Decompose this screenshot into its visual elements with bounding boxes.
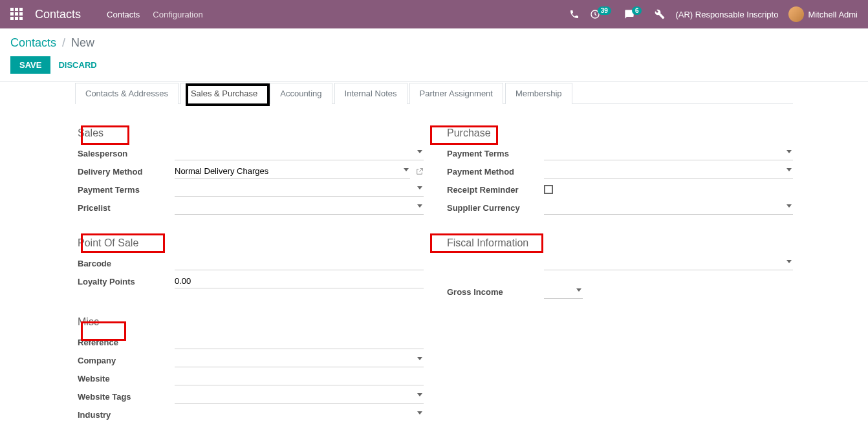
delivery-method-input[interactable] (175, 164, 410, 178)
barcode-input[interactable] (175, 256, 424, 270)
nav-links: Contacts Configuration (107, 10, 203, 19)
phone-icon[interactable] (569, 9, 580, 19)
loyalty-input[interactable] (175, 274, 424, 288)
tab-internal-notes[interactable]: Internal Notes (334, 83, 407, 104)
section-misc-title: Misc (75, 316, 424, 328)
receipt-reminder-checkbox[interactable] (544, 185, 553, 194)
avatar-icon (788, 6, 804, 22)
reference-input[interactable] (175, 335, 424, 349)
section-sales-title: Sales (75, 127, 424, 139)
fiscal-top-input[interactable] (544, 256, 793, 270)
salesperson-input[interactable] (175, 146, 424, 160)
company-label: Company (78, 356, 175, 365)
top-navbar: Contacts Contacts Configuration 39 6 (AR… (0, 0, 868, 28)
website-tags-label: Website Tags (78, 392, 175, 402)
loyalty-label: Loyalty Points (78, 277, 175, 286)
payment-method-label: Payment Method (447, 167, 544, 177)
tab-bar: Contacts & Addresses Sales & Purchase Ac… (75, 82, 793, 104)
tab-membership[interactable]: Membership (505, 83, 572, 104)
tab-partner-assignment[interactable]: Partner Assignment (409, 83, 503, 104)
industry-label: Industry (78, 410, 175, 420)
pricelist-label: Pricelist (78, 203, 175, 213)
receipt-reminder-label: Receipt Reminder (447, 185, 544, 195)
apps-icon[interactable] (10, 8, 23, 21)
website-label: Website (78, 374, 175, 383)
barcode-label: Barcode (78, 259, 175, 268)
payment-terms-purchase-input[interactable] (544, 146, 793, 160)
tab-contacts-addresses[interactable]: Contacts & Addresses (75, 83, 179, 104)
nav-right: 39 6 (AR) Responsable Inscripto Mitchell… (569, 6, 858, 22)
payment-terms-purchase-label: Payment Terms (447, 149, 544, 158)
delivery-method-label: Delivery Method (78, 167, 175, 177)
chat-badge: 6 (632, 6, 642, 15)
pricelist-input[interactable] (175, 200, 424, 215)
gross-income-input[interactable] (544, 285, 583, 299)
tab-accounting[interactable]: Accounting (270, 83, 332, 104)
tab-sales-purchase[interactable]: Sales & Purchase (180, 83, 268, 104)
industry-input[interactable] (175, 407, 424, 421)
supplier-currency-label: Supplier Currency (447, 203, 544, 213)
breadcrumb-root[interactable]: Contacts (10, 36, 56, 49)
activity-icon[interactable]: 39 (590, 9, 614, 19)
website-tags-input[interactable] (175, 389, 424, 404)
save-button[interactable]: Save (10, 56, 50, 74)
supplier-currency-input[interactable] (544, 200, 793, 215)
company-switcher[interactable]: (AR) Responsable Inscripto (675, 10, 778, 19)
left-column: Sales Salesperson Delivery Method (75, 120, 424, 421)
discard-button[interactable]: Discard (58, 60, 96, 70)
gross-income-label: Gross Income (447, 287, 544, 297)
payment-terms-sales-input[interactable] (175, 182, 424, 197)
nav-link-contacts[interactable]: Contacts (107, 10, 140, 19)
user-menu[interactable]: Mitchell Admi (788, 6, 858, 22)
breadcrumb-current: New (71, 36, 94, 49)
reference-label: Reference (78, 338, 175, 347)
external-link-icon[interactable] (415, 167, 424, 176)
section-purchase-title: Purchase (444, 127, 793, 139)
salesperson-label: Salesperson (78, 149, 175, 158)
nav-link-configuration[interactable]: Configuration (153, 10, 202, 19)
control-panel: Contacts / New Save Discard (0, 28, 868, 82)
debug-icon[interactable] (655, 9, 665, 19)
breadcrumb: Contacts / New (10, 36, 858, 50)
chat-icon[interactable]: 6 (624, 9, 645, 19)
app-title: Contacts (35, 8, 81, 21)
company-input[interactable] (175, 353, 424, 367)
payment-method-input[interactable] (544, 164, 793, 178)
right-column: Purchase Payment Terms Payment Method (444, 120, 793, 421)
form-sheet: Contacts & Addresses Sales & Purchase Ac… (75, 82, 793, 421)
activity-badge: 39 (598, 6, 611, 15)
section-fiscal-title: Fiscal Information (444, 237, 793, 249)
website-input[interactable] (175, 371, 424, 385)
payment-terms-sales-label: Payment Terms (78, 185, 175, 195)
section-pos-title: Point Of Sale (75, 237, 424, 249)
user-name: Mitchell Admi (808, 10, 858, 19)
